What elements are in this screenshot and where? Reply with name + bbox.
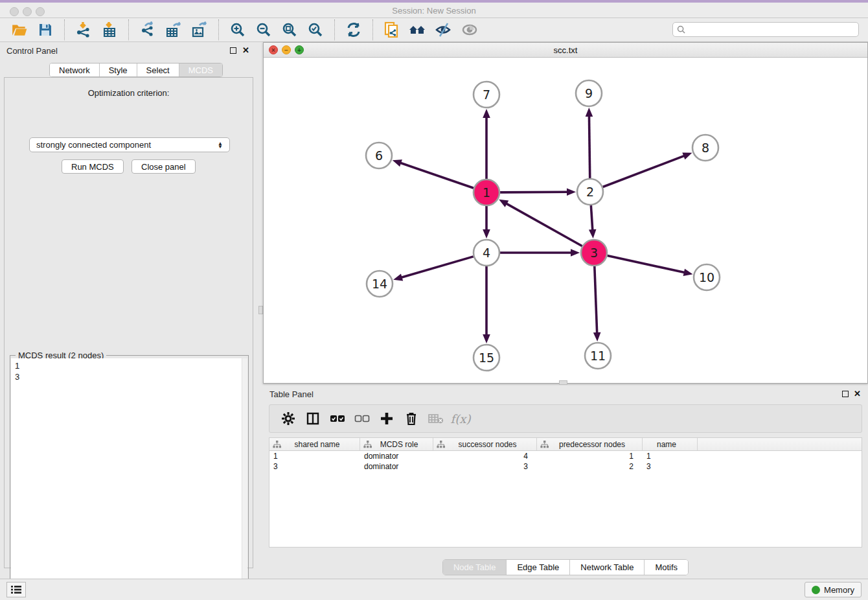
- graph-edge-3-1[interactable]: [506, 203, 582, 246]
- delete-table-icon[interactable]: [427, 410, 445, 428]
- tab-select[interactable]: Select: [137, 63, 179, 76]
- memory-button[interactable]: Memory: [805, 582, 862, 597]
- graph-edge-3-11[interactable]: [595, 266, 597, 334]
- result-scrollbar[interactable]: [242, 358, 247, 598]
- new-network-from-selection-icon[interactable]: [382, 20, 402, 40]
- node-table[interactable]: shared name MCDS role successor nodes pr…: [269, 437, 862, 548]
- graph-edge-arrowhead: [589, 229, 597, 238]
- import-network-icon[interactable]: [74, 20, 93, 40]
- task-history-button[interactable]: [6, 582, 26, 597]
- first-neighbors-icon[interactable]: [408, 20, 428, 40]
- open-file-icon[interactable]: [10, 20, 29, 40]
- horizontal-splitter-handle[interactable]: [559, 380, 567, 385]
- network-window-titlebar[interactable]: × − + scc.txt: [264, 43, 867, 58]
- main-toolbar: [0, 18, 868, 42]
- column-header-name[interactable]: name: [643, 438, 698, 450]
- close-table-panel-icon[interactable]: ✕: [854, 389, 861, 398]
- network-graph: 7968124314101511: [264, 58, 867, 383]
- tab-style[interactable]: Style: [100, 63, 137, 76]
- table-panel: Table Panel ✕ f(x) shared: [263, 386, 868, 577]
- close-panel-icon[interactable]: ✕: [242, 45, 249, 55]
- graph-edge-2-3[interactable]: [591, 205, 592, 231]
- graph-edge-2-9[interactable]: [589, 115, 589, 178]
- os-titlebar: Session: New Session: [0, 0, 868, 18]
- mcds-result-text[interactable]: 1 3: [11, 358, 242, 598]
- table-panel-header: Table Panel ✕: [263, 386, 868, 402]
- graph-edge-3-10[interactable]: [608, 255, 685, 272]
- graph-edge-1-6[interactable]: [400, 163, 474, 188]
- table-toolbar: f(x): [269, 404, 862, 433]
- run-mcds-button[interactable]: Run MCDS: [62, 159, 124, 174]
- close-panel-button[interactable]: Close panel: [131, 159, 196, 174]
- mcds-result-group: MCDS result (2 nodes) 1 3: [10, 355, 249, 599]
- cell-mcds-role[interactable]: dominator: [360, 451, 433, 461]
- criterion-dropdown[interactable]: strongly connected component ▲▼: [29, 137, 230, 152]
- network-canvas[interactable]: 7968124314101511: [264, 58, 867, 383]
- add-column-icon[interactable]: [378, 410, 396, 428]
- graph-edge-arrowhead: [586, 108, 593, 117]
- graph-node-label: 8: [702, 141, 709, 155]
- cell-shared-name[interactable]: 3: [269, 461, 360, 472]
- vertical-splitter-handle[interactable]: [258, 306, 263, 314]
- graph-edge-1-2[interactable]: [500, 192, 568, 192]
- tab-node-table[interactable]: Node Table: [443, 560, 507, 575]
- cell-name[interactable]: 1: [643, 451, 698, 461]
- tab-network[interactable]: Network: [50, 63, 100, 76]
- graph-edge-arrowhead: [683, 269, 693, 276]
- cell-predecessor-nodes[interactable]: 1: [537, 451, 643, 461]
- cell-mcds-role[interactable]: dominator: [360, 461, 433, 472]
- search-icon: [677, 25, 685, 34]
- save-session-icon[interactable]: [36, 20, 55, 40]
- export-image-icon[interactable]: [190, 20, 209, 40]
- zoom-out-icon[interactable]: [254, 20, 273, 40]
- cell-successor-nodes[interactable]: 4: [433, 451, 537, 461]
- column-header-shared-name[interactable]: shared name: [269, 438, 360, 450]
- select-all-icon[interactable]: [328, 410, 347, 428]
- column-header-predecessor-nodes[interactable]: predecessor nodes: [537, 438, 643, 450]
- export-table-icon[interactable]: [164, 20, 183, 40]
- column-label: shared name: [281, 440, 360, 449]
- zoom-fit-icon[interactable]: [280, 20, 299, 40]
- hide-selected-icon[interactable]: [434, 20, 453, 40]
- zoom-in-icon[interactable]: [228, 20, 247, 40]
- table-row[interactable]: 1 dominator 4 1 1: [269, 451, 862, 461]
- float-panel-icon[interactable]: [230, 47, 236, 54]
- export-network-icon[interactable]: [138, 20, 157, 40]
- cell-name[interactable]: 3: [643, 461, 698, 472]
- cell-predecessor-nodes[interactable]: 2: [537, 461, 643, 472]
- column-namespace-icon: [363, 441, 372, 448]
- table-settings-icon[interactable]: [279, 410, 297, 428]
- column-header-successor-nodes[interactable]: successor nodes: [433, 438, 537, 450]
- cell-shared-name[interactable]: 1: [269, 451, 360, 461]
- column-header-mcds-role[interactable]: MCDS role: [360, 438, 433, 450]
- apply-layout-icon[interactable]: [344, 20, 363, 40]
- column-label: name: [643, 440, 697, 449]
- toolbar-separator: [64, 19, 65, 40]
- unselect-all-icon[interactable]: [353, 410, 371, 428]
- network-window-title: scc.txt: [264, 45, 867, 55]
- criterion-value: strongly connected component: [36, 140, 151, 150]
- memory-status-icon: [812, 586, 820, 594]
- tab-network-table[interactable]: Network Table: [570, 560, 645, 575]
- graph-node-label: 10: [699, 270, 714, 284]
- cell-successor-nodes[interactable]: 3: [433, 461, 537, 472]
- function-builder-icon[interactable]: f(x): [451, 410, 470, 428]
- tab-motifs[interactable]: Motifs: [645, 560, 688, 575]
- import-table-icon[interactable]: [100, 20, 119, 40]
- column-namespace-icon: [273, 441, 281, 448]
- table-row[interactable]: 3 dominator 3 2 3: [269, 461, 862, 472]
- tab-edge-table[interactable]: Edge Table: [507, 560, 570, 575]
- show-graphics-details-icon[interactable]: [460, 20, 479, 40]
- graph-node-label: 11: [590, 349, 606, 363]
- graph-edge-4-14[interactable]: [401, 257, 474, 278]
- list-icon: [10, 585, 22, 594]
- search-box[interactable]: [672, 22, 859, 37]
- float-table-panel-icon[interactable]: [842, 391, 849, 397]
- graph-edge-2-8[interactable]: [603, 156, 685, 187]
- tab-mcds[interactable]: MCDS: [179, 63, 222, 76]
- column-view-icon[interactable]: [304, 410, 322, 428]
- status-bar: Memory: [0, 579, 868, 600]
- delete-column-icon[interactable]: [402, 410, 420, 428]
- search-input[interactable]: [688, 25, 854, 34]
- zoom-selected-icon[interactable]: [306, 20, 325, 40]
